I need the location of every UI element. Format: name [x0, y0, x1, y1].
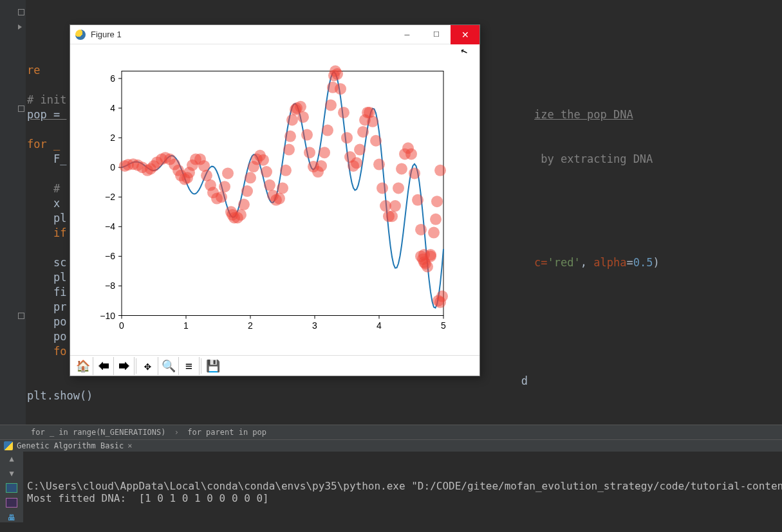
- svg-text:0: 0: [110, 162, 115, 172]
- svg-point-65: [238, 199, 250, 210]
- pan-icon[interactable]: ✥: [138, 357, 158, 375]
- fold-marker[interactable]: [18, 313, 24, 319]
- toggle-icon[interactable]: [6, 498, 17, 508]
- svg-point-77: [277, 182, 288, 194]
- svg-point-73: [264, 179, 275, 191]
- svg-point-85: [297, 111, 309, 123]
- svg-point-99: [338, 107, 349, 118]
- terminal-output[interactable]: ▲ ▼ 🖶 C:\Users\cloud\AppData\Local\conda…: [0, 452, 782, 522]
- minimize-button[interactable]: ─: [393, 25, 422, 44]
- svg-point-118: [396, 163, 407, 175]
- svg-point-57: [216, 191, 227, 203]
- svg-point-86: [301, 129, 313, 141]
- svg-point-78: [280, 165, 292, 176]
- zoom-icon[interactable]: 🔍: [158, 357, 179, 375]
- svg-point-139: [436, 291, 448, 302]
- back-icon[interactable]: 🡄: [93, 357, 114, 375]
- figure-title: Figure 1: [91, 30, 393, 39]
- svg-point-58: [219, 181, 230, 192]
- svg-text:4: 4: [110, 103, 115, 113]
- svg-point-67: [245, 172, 256, 183]
- svg-text:−2: −2: [105, 192, 115, 202]
- svg-point-90: [315, 160, 327, 172]
- svg-point-92: [322, 125, 333, 136]
- svg-point-80: [284, 131, 296, 142]
- fold-marker[interactable]: [18, 105, 24, 112]
- python-icon: [4, 441, 13, 450]
- svg-point-84: [295, 101, 306, 113]
- svg-point-87: [304, 147, 315, 158]
- svg-text:−4: −4: [105, 221, 115, 232]
- svg-point-112: [377, 182, 388, 194]
- forward-icon[interactable]: 🡆: [114, 357, 135, 375]
- svg-text:1: 1: [183, 320, 189, 331]
- svg-point-110: [370, 135, 382, 147]
- svg-point-93: [325, 99, 337, 111]
- maximize-button[interactable]: ☐: [422, 25, 451, 44]
- svg-point-97: [331, 68, 343, 80]
- configure-icon[interactable]: ≡: [179, 357, 200, 375]
- svg-point-115: [386, 210, 398, 222]
- svg-point-64: [235, 209, 247, 221]
- svg-point-100: [341, 132, 353, 143]
- matplotlib-icon: [75, 30, 86, 40]
- svg-text:4: 4: [377, 320, 382, 331]
- breadcrumb-item[interactable]: for _ in range(N_GENERATIONS): [31, 428, 166, 437]
- svg-point-130: [431, 196, 443, 207]
- svg-text:2: 2: [248, 320, 253, 331]
- svg-point-81: [286, 115, 298, 126]
- svg-point-103: [351, 157, 362, 169]
- svg-point-123: [412, 194, 424, 206]
- svg-point-79: [283, 144, 295, 156]
- svg-text:0: 0: [119, 320, 124, 331]
- svg-text:6: 6: [110, 73, 115, 84]
- figure-toolbar: 🏠 🡄 🡆 ✥ 🔍 ≡ 💾: [70, 355, 479, 376]
- svg-text:−6: −6: [105, 251, 115, 261]
- breadcrumb[interactable]: for _ in range(N_GENERATIONS) › for pare…: [0, 425, 782, 439]
- svg-point-71: [257, 154, 269, 166]
- print-icon[interactable]: 🖶: [6, 513, 17, 522]
- svg-point-116: [389, 200, 401, 212]
- terminal-line: Most fitted DNA: [1 0 1 0 1 0 0 0 0 0]: [27, 492, 269, 504]
- svg-point-66: [241, 185, 253, 197]
- svg-point-131: [434, 165, 446, 176]
- save-icon[interactable]: 💾: [203, 357, 223, 375]
- run-tool-tab[interactable]: Genetic Algorithm Basic ×: [0, 439, 782, 452]
- svg-text:−10: −10: [100, 311, 115, 321]
- svg-point-76: [274, 193, 285, 205]
- figure-window[interactable]: Figure 1 ─ ☐ ✕ −10−8−6−4−20246012345 🏠 🡄…: [70, 24, 480, 376]
- figure-titlebar[interactable]: Figure 1 ─ ☐ ✕: [70, 25, 479, 44]
- chevron-right-icon: ›: [174, 428, 179, 437]
- home-icon[interactable]: 🏠: [73, 357, 93, 375]
- fold-marker[interactable]: [18, 24, 22, 30]
- svg-point-111: [373, 159, 385, 170]
- close-button[interactable]: ✕: [451, 25, 479, 44]
- rerun-icon[interactable]: ▲: [6, 454, 17, 464]
- fold-marker[interactable]: [18, 9, 24, 15]
- figure-canvas[interactable]: −10−8−6−4−20246012345: [70, 44, 479, 355]
- svg-point-105: [357, 126, 369, 138]
- svg-text:−8: −8: [105, 280, 115, 291]
- svg-text:3: 3: [312, 320, 317, 331]
- svg-text:2: 2: [110, 133, 115, 143]
- svg-point-72: [261, 166, 272, 178]
- svg-point-122: [409, 167, 420, 179]
- breadcrumb-item[interactable]: for parent in pop: [187, 428, 266, 437]
- svg-point-129: [428, 227, 440, 239]
- svg-point-117: [393, 182, 404, 194]
- stop-icon[interactable]: ▼: [6, 469, 17, 479]
- svg-point-121: [405, 148, 417, 160]
- close-icon[interactable]: ×: [127, 441, 132, 450]
- toggle-icon[interactable]: [6, 483, 17, 493]
- terminal-toolbar: ▲ ▼ 🖶: [0, 452, 23, 522]
- run-tab-label: Genetic Algorithm Basic: [17, 441, 124, 450]
- svg-point-91: [319, 147, 330, 158]
- svg-point-109: [367, 116, 378, 127]
- svg-text:5: 5: [441, 320, 446, 331]
- svg-point-136: [418, 257, 430, 268]
- svg-point-59: [222, 167, 234, 179]
- terminal-line: C:\Users\cloud\AppData\Local\conda\conda…: [27, 480, 782, 492]
- svg-point-98: [335, 83, 346, 95]
- editor-gutter: [0, 0, 26, 425]
- svg-point-133: [430, 214, 442, 225]
